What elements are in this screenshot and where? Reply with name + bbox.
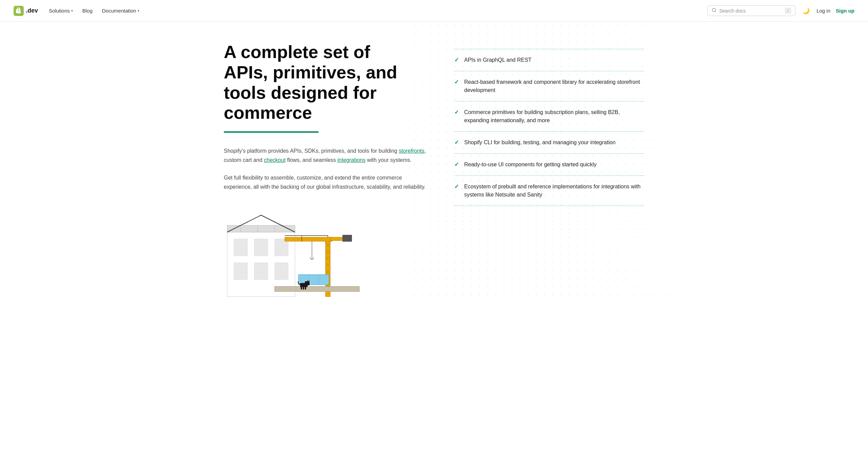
hero-illustration [224, 205, 420, 300]
checklist-item-text: Ready-to-use UI components for getting s… [464, 161, 596, 169]
check-icon: ✓ [454, 183, 459, 190]
checklist-item: ✓Ready-to-use UI components for getting … [454, 154, 644, 176]
hero-description-1: Shopify's platform provides APIs, SDKs, … [224, 146, 427, 165]
check-icon: ✓ [454, 161, 459, 168]
checklist-item-text: Commerce primitives for building subscri… [464, 108, 644, 125]
search-placeholder: Search docs [719, 8, 782, 14]
chevron-down-icon: ▾ [71, 9, 73, 13]
nav-links: Solutions ▾ Blog Documentation ▾ [49, 8, 696, 14]
svg-rect-4 [234, 239, 248, 256]
storefronts-link[interactable]: storefronts [399, 148, 425, 154]
svg-rect-8 [254, 263, 268, 280]
svg-rect-30 [342, 235, 352, 242]
chevron-down-icon-2: ▾ [138, 9, 139, 13]
desc1-after2: with your systems. [366, 157, 412, 163]
desc1-after1: flows, and seamless [285, 157, 337, 163]
hero-content: A complete set of APIs, primitives, and … [224, 42, 644, 300]
svg-rect-9 [275, 263, 288, 280]
checkout-link[interactable]: checkout [264, 157, 285, 163]
search-icon [712, 8, 716, 14]
hero-left: A complete set of APIs, primitives, and … [224, 42, 427, 300]
search-kbd: / [785, 8, 791, 14]
svg-rect-35 [275, 286, 359, 292]
nav-solutions[interactable]: Solutions ▾ [49, 8, 73, 14]
check-icon: ✓ [454, 57, 459, 63]
checklist-item-text: Shopify CLI for building, testing, and m… [464, 138, 616, 147]
hero-description-2: Get full flexibility to assemble, custom… [224, 173, 427, 191]
svg-rect-37 [305, 281, 310, 285]
theme-toggle-button[interactable]: 🌙 [801, 6, 811, 16]
svg-rect-25 [285, 237, 332, 241]
integrations-link[interactable]: integrations [337, 157, 366, 163]
checklist-item: ✓Shopify CLI for building, testing, and … [454, 132, 644, 154]
checklist-item: ✓Commerce primitives for building subscr… [454, 101, 644, 132]
signup-link[interactable]: Sign up [836, 8, 854, 14]
nav-blog[interactable]: Blog [82, 8, 93, 14]
checklist-item: ✓Ecosystem of prebuilt and reference imp… [454, 176, 644, 206]
hero-section: A complete set of APIs, primitives, and … [197, 22, 671, 300]
checklist-item-text: APIs in GraphQL and REST [464, 56, 532, 64]
checklist-item: ✓APIs in GraphQL and REST [454, 49, 644, 71]
desc1-before: Shopify's platform provides APIs, SDKs, … [224, 148, 399, 154]
svg-rect-7 [234, 263, 248, 280]
svg-rect-0 [14, 6, 24, 16]
logo-text: .dev [26, 7, 38, 14]
checklist: ✓APIs in GraphQL and REST✓React-based fr… [454, 49, 644, 206]
nav-right: Search docs / 🌙 Log in Sign up [707, 5, 854, 16]
checklist-item-text: React-based framework and component libr… [464, 78, 644, 94]
svg-rect-42 [305, 287, 306, 289]
hero-right: ✓APIs in GraphQL and REST✓React-based fr… [454, 42, 644, 300]
checklist-item-text: Ecosystem of prebuilt and reference impl… [464, 183, 644, 199]
navbar: .dev Solutions ▾ Blog Documentation ▾ Se… [0, 0, 868, 22]
check-icon: ✓ [454, 109, 459, 115]
svg-rect-43 [227, 225, 295, 232]
nav-documentation[interactable]: Documentation ▾ [102, 8, 139, 14]
svg-rect-41 [303, 287, 304, 289]
search-bar[interactable]: Search docs / [707, 5, 795, 16]
check-icon: ✓ [454, 139, 459, 146]
svg-line-2 [715, 11, 716, 12]
svg-rect-40 [301, 287, 302, 289]
login-link[interactable]: Log in [816, 8, 830, 14]
hero-title-underline [224, 131, 319, 133]
hero-title: A complete set of APIs, primitives, and … [224, 42, 414, 123]
svg-rect-5 [254, 239, 268, 256]
logo[interactable]: .dev [14, 6, 38, 16]
main-content: A complete set of APIs, primitives, and … [0, 0, 868, 300]
check-icon: ✓ [454, 79, 459, 85]
checklist-item: ✓React-based framework and component lib… [454, 71, 644, 101]
svg-point-1 [712, 8, 715, 12]
